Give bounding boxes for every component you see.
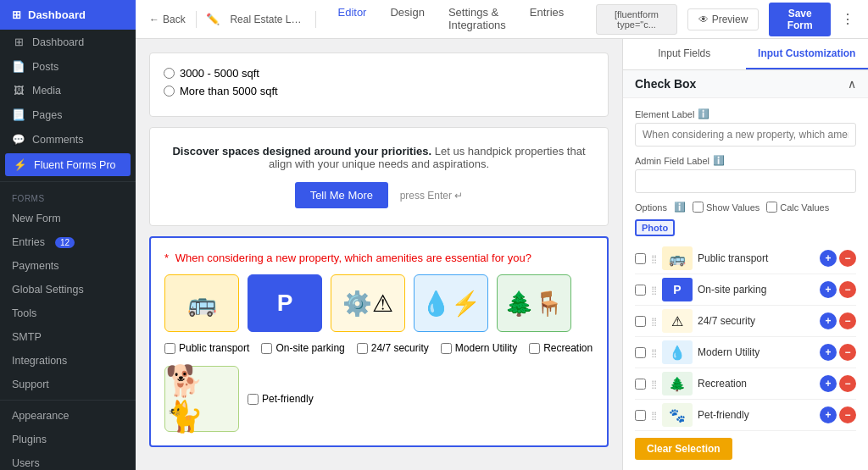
option-check-onsite-parking[interactable] (635, 285, 646, 296)
sidebar-item-support[interactable]: Support (0, 373, 136, 396)
option-add-onsite-parking[interactable]: + (820, 281, 837, 298)
radio-input-2[interactable] (164, 86, 175, 97)
checkbox-pet-friendly[interactable] (248, 394, 259, 405)
tab-editor[interactable]: Editor (326, 0, 378, 45)
back-button[interactable]: ← Back (149, 14, 186, 25)
option-actions-onsite-parking: + − (820, 281, 856, 298)
element-label-input[interactable] (635, 123, 856, 147)
preview-button[interactable]: 👁 Preview (687, 8, 760, 30)
show-values-checkbox[interactable] (693, 202, 704, 213)
sidebar-item-new-form[interactable]: New Form (0, 207, 136, 230)
panel-tab-input-customization[interactable]: Input Customization (746, 39, 869, 69)
check-pet-friendly[interactable]: Pet-friendly (248, 393, 314, 405)
drag-handle-icon3[interactable]: ⣿ (651, 317, 657, 326)
sidebar-item-media[interactable]: 🖼 Media (0, 79, 136, 102)
option-remove-onsite-parking[interactable]: − (839, 281, 856, 298)
checkbox-recreation[interactable] (529, 343, 540, 354)
sidebar-item-tools[interactable]: Tools (0, 301, 136, 325)
option-add-recreation[interactable]: + (820, 375, 837, 392)
option-check-modern-utility[interactable] (635, 347, 646, 358)
amenity-icon-parking: P (248, 274, 322, 332)
check-247-security[interactable]: 24/7 security (357, 342, 429, 354)
sidebar-item-smtp[interactable]: SMTP (0, 325, 136, 349)
option-remove-public-transport[interactable]: − (839, 250, 856, 267)
drag-handle-icon4[interactable]: ⣿ (651, 348, 657, 357)
sidebar-item-appearance[interactable]: Appearance (0, 404, 136, 428)
drag-handle-icon[interactable]: ⣿ (651, 254, 657, 263)
option-remove-247-security[interactable]: − (839, 312, 856, 329)
collapse-arrow-icon[interactable]: ∧ (848, 77, 856, 91)
sidebar-item-dashboard[interactable]: ⊞ Dashboard (0, 30, 136, 54)
checkbox-public-transport[interactable] (164, 343, 175, 354)
drag-handle-icon6[interactable]: ⣿ (651, 411, 657, 420)
sidebar-item-users[interactable]: Users (0, 451, 136, 470)
checkbox-247-security[interactable] (357, 343, 368, 354)
option-add-247-security[interactable]: + (820, 312, 837, 329)
option-check-public-transport[interactable] (635, 253, 646, 264)
sidebar-item-plugins[interactable]: Plugins (0, 428, 136, 451)
show-values-label[interactable]: Show Values (693, 202, 760, 213)
option-remove-pet-friendly[interactable]: − (839, 406, 856, 423)
checkbox-modern-utility[interactable] (441, 343, 452, 354)
option-remove-modern-utility[interactable]: − (839, 344, 856, 361)
check-recreation[interactable]: Recreation (529, 342, 593, 354)
checkbox-field-card: * When considering a new property, which… (149, 236, 609, 447)
clear-selection-button[interactable]: Clear Selection (635, 438, 732, 460)
amenity-icon-security: ⚙️⚠ (331, 274, 405, 332)
option-add-public-transport[interactable]: + (820, 250, 837, 267)
check-public-transport[interactable]: Public transport (164, 342, 249, 354)
sidebar-item-pages[interactable]: 📃 Pages (0, 102, 136, 127)
question-label: * When considering a new property, which… (164, 252, 593, 264)
tab-entries[interactable]: Entries (518, 0, 576, 45)
sidebar-item-fluent-forms[interactable]: ⚡ Fluent Forms Pro (5, 153, 131, 176)
thumb-247-security: ⚠ (662, 309, 693, 333)
thumb-modern-utility: 💧 (662, 340, 693, 364)
drag-handle-icon5[interactable]: ⣿ (651, 379, 657, 389)
sidebar-item-global-settings[interactable]: Global Settings (0, 278, 136, 301)
option-actions-public-transport: + − (820, 250, 856, 267)
check-onsite-parking[interactable]: On-site parking (261, 342, 344, 354)
panel-tab-input-fields[interactable]: Input Fields (623, 39, 746, 69)
calc-values-label[interactable]: Calc Values (766, 202, 829, 213)
option-actions-recreation: + − (820, 375, 856, 392)
required-marker: * (164, 252, 169, 264)
admin-field-label-input[interactable] (635, 169, 856, 193)
tab-design[interactable]: Design (378, 0, 436, 45)
option-check-recreation[interactable] (635, 379, 646, 390)
option-row-247-security: ⣿ ⚠ 24/7 security + − (635, 306, 856, 337)
radio-input-1[interactable] (164, 68, 175, 79)
option-row-onsite-parking: ⣿ P On-site parking + − (635, 274, 856, 306)
amenity-icon-bus: 🚌 (164, 274, 239, 332)
topbar-divider2 (315, 11, 316, 28)
sidebar-item-entries[interactable]: Entries 12 (0, 230, 136, 254)
check-modern-utility[interactable]: Modern Utility (441, 342, 517, 354)
option-check-pet-friendly[interactable] (635, 410, 646, 421)
sidebar-item-integrations[interactable]: Integrations (0, 349, 136, 373)
panel-section-element-label: Element Label ℹ️ Admin Field Label ℹ️ Op… (623, 98, 868, 470)
edit-icon: ✏️ (206, 13, 220, 25)
checkbox-onsite-parking[interactable] (261, 343, 272, 354)
admin-field-info-icon: ℹ️ (713, 155, 725, 166)
sidebar-item-payments[interactable]: Payments (0, 254, 136, 278)
panel-tabs: Input Fields Input Customization (623, 39, 868, 70)
sidebar-item-comments[interactable]: 💬 Comments (0, 127, 136, 152)
option-remove-recreation[interactable]: − (839, 375, 856, 392)
option-add-modern-utility[interactable]: + (820, 344, 837, 361)
option-add-pet-friendly[interactable]: + (820, 406, 837, 423)
forms-section-label: Forms (0, 185, 136, 207)
save-form-button[interactable]: Save Form (769, 3, 831, 36)
more-options-icon[interactable]: ⋮ (841, 11, 854, 27)
amenity-icon-recreation: 🌲🪑 (497, 274, 571, 332)
calc-values-checkbox[interactable] (766, 202, 777, 213)
shortcode-button[interactable]: [fluentform type="c... (596, 4, 676, 35)
sidebar-logo[interactable]: ⊞ Dashboard (0, 0, 136, 30)
drag-handle-icon2[interactable]: ⣿ (651, 285, 657, 295)
tab-settings[interactable]: Settings & Integrations (437, 0, 518, 45)
tell-more-button[interactable]: Tell Me More (295, 182, 388, 208)
amenities-checkboxes: Public transport On-site parking 24/7 se… (164, 342, 593, 354)
radio-option-2[interactable]: More than 5000 sqft (164, 85, 594, 97)
option-check-247-security[interactable] (635, 316, 646, 327)
pages-icon: 📃 (12, 108, 25, 121)
sidebar-item-posts[interactable]: 📄 Posts (0, 54, 136, 79)
radio-option-1[interactable]: 3000 - 5000 sqft (164, 67, 594, 80)
